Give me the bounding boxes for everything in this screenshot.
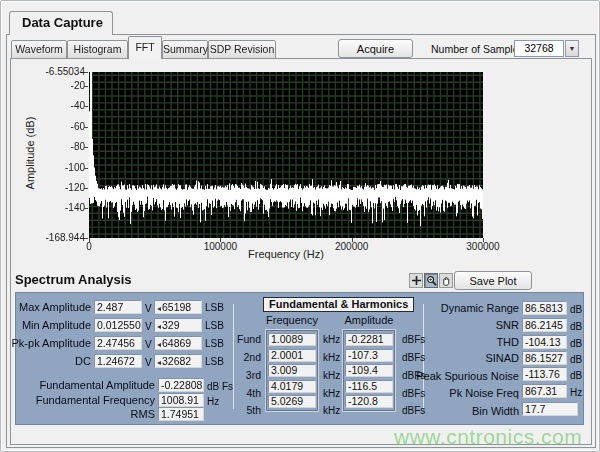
rms-label: RMS: [19, 407, 155, 421]
tick-mark: [84, 127, 88, 128]
dynamic-range-label: Dynamic Range: [391, 301, 519, 315]
min-amplitude-lsb-field: 329: [154, 318, 202, 332]
thd-unit: dB: [570, 337, 582, 351]
sinad-label: SINAD: [391, 351, 519, 365]
tick-mark: [220, 238, 221, 242]
tick-mark: [84, 238, 88, 239]
tab-sdp-revision[interactable]: SDP Revision: [208, 40, 276, 59]
sinad-unit: dB: [570, 353, 582, 367]
harmonics-frequency-group: 1.0089 2.0001 3.009 4.0179 5.0269: [265, 329, 319, 412]
tick-label: -6.55034: [27, 66, 85, 77]
bin-width-field: 17.7: [522, 402, 578, 416]
min-amplitude-volts-unit: V: [145, 320, 152, 334]
peak-spurious-noise-label: Peak Spurious Noise: [391, 369, 519, 383]
harmonic-amplitude-field: -116.5: [345, 380, 393, 393]
harmonic-amplitude-field: -120.8: [345, 395, 393, 408]
tick-label: 0: [59, 241, 119, 252]
thd-field: -104.13: [522, 335, 567, 349]
dc-volts-unit: V: [145, 356, 152, 370]
rms-field: 1.74951: [158, 407, 204, 421]
pk-noise-freq-unit: Hz: [570, 386, 582, 400]
harmonic-frequency-field: 1.0089: [268, 333, 316, 346]
max-amplitude-volts-field: 2.487: [94, 300, 142, 314]
pk-noise-freq-field: 867.31: [522, 384, 567, 398]
thd-label: THD: [391, 335, 519, 349]
pkpk-amplitude-volts-unit: V: [145, 338, 152, 352]
khz-unit: kHz: [323, 333, 340, 347]
dynamic-range-field: 86.5813: [522, 301, 567, 315]
pk-noise-freq-label: Pk Noise Freq: [391, 386, 519, 400]
tick-label: -40: [27, 100, 85, 111]
pkpk-amplitude-lsb-field: 64869: [154, 336, 202, 350]
fft-plot-canvas[interactable]: [89, 72, 483, 238]
fundamental-amplitude-field: -0.22808: [158, 378, 204, 392]
min-amplitude-lsb-unit: LSB: [205, 319, 224, 333]
dc-lsb-unit: LSB: [205, 355, 224, 369]
watermark: www.cntronics.com: [394, 425, 582, 449]
sinad-field: 86.1527: [522, 351, 567, 365]
number-of-samples-value[interactable]: 32768: [514, 40, 564, 57]
max-amplitude-lsb-unit: LSB: [205, 301, 224, 315]
pkpk-amplitude-volts-field: 2.47456: [94, 336, 142, 350]
tick-label: 300000: [453, 241, 513, 252]
tick-mark: [483, 238, 484, 242]
fundamental-amplitude-unit: dB Fs: [207, 380, 233, 394]
spectrum-analysis-title: Spectrum Analysis: [15, 272, 132, 287]
min-amplitude-label: Min Amplitude: [19, 318, 91, 332]
cursor-tool-icon[interactable]: [409, 273, 423, 288]
harmonic-row-label: Fund: [237, 333, 261, 345]
acquire-data-button[interactable]: Acquire Data: [338, 39, 413, 58]
harmonic-row-label: 2nd: [237, 351, 261, 363]
khz-unit: kHz: [323, 369, 340, 383]
tick-mark: [89, 238, 90, 242]
zoom-tool-icon[interactable]: [424, 273, 438, 288]
dc-volts-field: 1.24672: [94, 354, 142, 368]
tick-label: -140: [27, 202, 85, 213]
tick-label: -120: [27, 182, 85, 193]
fundamental-frequency-label: Fundamental Frequency: [19, 393, 155, 407]
tick-label: 100000: [190, 241, 250, 252]
harmonic-frequency-field: 4.0179: [268, 380, 316, 393]
tick-mark: [84, 208, 88, 209]
tick-label: -100: [27, 162, 85, 173]
tab-summary[interactable]: Summary: [162, 40, 208, 59]
peak-spurious-noise-field: -113.76: [522, 367, 567, 381]
tick-mark: [84, 86, 88, 87]
tick-mark: [84, 168, 88, 169]
tab-histogram[interactable]: Histogram: [67, 40, 128, 59]
tick-mark: [84, 147, 88, 148]
number-of-samples-label: Number of Samples: [431, 43, 524, 55]
tab-data-capture[interactable]: Data Capture: [9, 11, 113, 35]
tick-mark: [352, 238, 353, 242]
harmonic-row-label: 4th: [237, 387, 261, 399]
tick-label: -60: [27, 121, 85, 132]
amplitude-column-header: Amplitude: [342, 314, 396, 326]
dynamic-range-unit: dB: [570, 303, 582, 317]
harmonic-frequency-field: 2.0001: [268, 349, 316, 362]
khz-unit: kHz: [323, 351, 340, 365]
tab-waveform[interactable]: Waveform: [11, 40, 67, 59]
tick-mark: [84, 106, 88, 107]
max-amplitude-volts-unit: V: [145, 302, 152, 316]
peak-spurious-noise-unit: dB: [570, 369, 582, 383]
tick-label: -20: [27, 80, 85, 91]
tab-fft[interactable]: FFT: [128, 36, 162, 59]
tick-mark: [84, 72, 88, 73]
snr-label: SNR: [391, 318, 519, 332]
dropdown-arrow-icon[interactable]: [565, 40, 579, 57]
pan-hand-tool-icon[interactable]: [439, 273, 453, 288]
pkpk-amplitude-label: Pk-pk Amplitude: [11, 336, 91, 350]
fundamental-amplitude-label: Fundamental Amplitude: [19, 378, 155, 392]
save-plot-button[interactable]: Save Plot: [454, 271, 532, 290]
harmonic-row-label: 3rd: [237, 369, 261, 381]
harmonic-frequency-field: 5.0269: [268, 395, 316, 408]
dc-lsb-field: 32682: [154, 354, 202, 368]
harmonic-amplitude-field: -107.3: [345, 349, 393, 362]
frequency-column-header: Frequency: [265, 314, 319, 326]
max-amplitude-label: Max Amplitude: [19, 300, 91, 314]
harmonics-amplitude-group: -0.2281 -107.3 -109.4 -116.5 -120.8: [342, 329, 396, 412]
max-amplitude-lsb-field: 65198: [154, 300, 202, 314]
bin-width-label: Bin Width: [391, 404, 519, 418]
tick-mark: [84, 188, 88, 189]
fundamental-frequency-unit: Hz: [207, 395, 219, 409]
